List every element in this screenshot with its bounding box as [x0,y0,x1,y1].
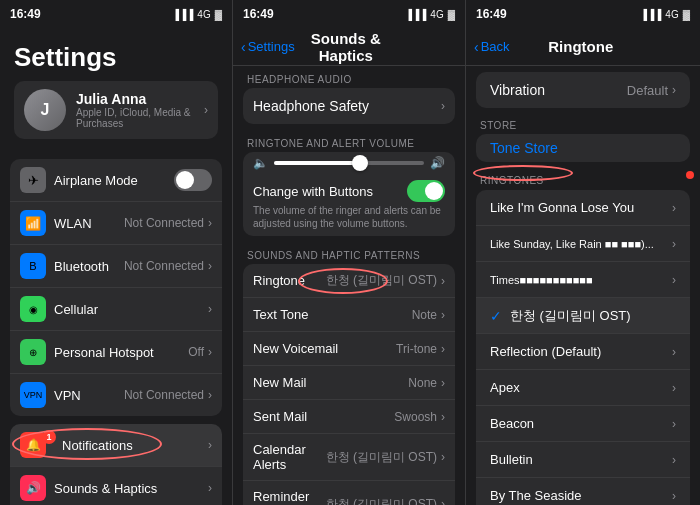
newmail-label: New Mail [253,375,408,390]
ringtone-back-button[interactable]: ‹ Back [474,39,510,55]
sounds-nav-title: Sounds & Haptics [295,30,397,64]
ringtone-label-4: Reflection (Default) [490,344,672,359]
reminder-row[interactable]: Reminder Alerts 한청 (길미림미 OST) › [243,481,455,505]
reminder-label: Reminder Alerts [253,489,326,505]
ringtone-item-7[interactable]: Bulletin › [476,442,690,478]
settings-row-airplane[interactable]: ✈ Airplane Mode [10,159,222,202]
network-3: 4G [665,9,678,20]
wlan-value: Not Connected [124,216,204,230]
calendar-row[interactable]: Calendar Alerts 한청 (길미림미 OST) › [243,434,455,481]
newmail-row[interactable]: New Mail None › [243,366,455,400]
signal-icon-3: ▐▐▐ [640,9,661,20]
voicemail-label: New Voicemail [253,341,396,356]
ringtone-label-0: Like I'm Gonna Lose You [490,200,672,215]
ringtone-chevron-0: › [672,201,676,215]
headphone-row[interactable]: Headphone Safety › [243,88,455,124]
bluetooth-chevron: › [208,259,212,273]
settings-row-vpn[interactable]: VPN VPN Not Connected › [10,374,222,416]
vibration-value: Default [627,83,668,98]
ringtone-label-1: Like Sunday, Like Rain ■■ ■■■)... [490,238,672,250]
page-title: Settings [14,42,218,73]
airplane-label: Airplane Mode [54,173,174,188]
change-buttons-desc: The volume of the ringer and alerts can … [253,204,445,230]
volume-slider[interactable] [274,161,424,165]
sentmail-label: Sent Mail [253,409,394,424]
settings-panel: 16:49 ▐▐▐ 4G ▓ Settings J Julia Anna App… [0,0,233,505]
ringtone-item-3[interactable]: ✓ 한청 (길미림미 OST) [476,298,690,334]
ringtones-header: RINGTONES [466,166,700,190]
ringtone-item-6[interactable]: Beacon › [476,406,690,442]
cellular-chevron: › [208,302,212,316]
ringtone-list: Like I'm Gonna Lose You › Like Sunday, L… [476,190,690,505]
vibration-label: Vibration [490,82,627,98]
slider-fill [274,161,357,165]
tone-store-link[interactable]: Tone Store [476,134,690,162]
change-buttons-label: Change with Buttons [253,184,407,199]
settings-row-wlan[interactable]: 📶 WLAN Not Connected › [10,202,222,245]
ringtone-row[interactable]: Ringtone 한청 (길미림미 OST) › [243,264,455,298]
bluetooth-value: Not Connected [124,259,204,273]
sounds-panel: 16:49 ▐▐▐ 4G ▓ ‹ Settings Sounds & Hapti… [233,0,466,505]
settings-row-notifications[interactable]: 🔔 1 Notifications › [10,424,222,467]
vibration-row[interactable]: Vibration Default › [476,72,690,108]
slider-thumb[interactable] [352,155,368,171]
texttone-chevron: › [441,308,445,322]
change-toggle[interactable] [407,180,445,202]
ringtone-check-icon: ✓ [490,308,502,324]
status-bar-3: 16:49 ▐▐▐ 4G ▓ [466,0,700,28]
sounds-back-button[interactable]: ‹ Settings [241,39,295,55]
sounds-patterns-section: Ringtone 한청 (길미림미 OST) › Text Tone Note … [243,264,455,505]
ringtone-item-1[interactable]: Like Sunday, Like Rain ■■ ■■■)... › [476,226,690,262]
profile-row[interactable]: J Julia Anna Apple ID, iCloud, Media & P… [14,81,218,139]
voicemail-row[interactable]: New Voicemail Tri-tone › [243,332,455,366]
store-section: Tone Store [476,134,690,162]
volume-section: 🔈 🔊 Change with Buttons The volume of th… [243,152,455,236]
sounds-icon: 🔊 [20,475,46,501]
ringtones-dot [686,171,694,179]
status-bar-2: 16:49 ▐▐▐ 4G ▓ [233,0,465,28]
ringtone-item-4[interactable]: Reflection (Default) › [476,334,690,370]
settings-row-sounds[interactable]: 🔊 Sounds & Haptics › [10,467,222,505]
sentmail-row[interactable]: Sent Mail Swoosh › [243,400,455,434]
calendar-value: 한청 (길미림미 OST) [326,449,437,466]
ringtone-section-label: RINGTONE AND ALERT VOLUME [233,130,465,152]
sounds-back-label: Settings [248,39,295,54]
ringtone-nav-title: Ringtone [510,38,652,55]
sentmail-chevron: › [441,410,445,424]
voicemail-value: Tri-tone [396,342,437,356]
ringtone-item-8[interactable]: By The Seaside › [476,478,690,505]
ringtone-item-2[interactable]: Times■■■■■■■■■■■ › [476,262,690,298]
voicemail-chevron: › [441,342,445,356]
headphone-section-label: HEADPHONE AUDIO [233,66,465,88]
notifications-chevron: › [208,438,212,452]
vpn-label: VPN [54,388,124,403]
profile-name: Julia Anna [76,91,204,107]
cellular-icon: ◉ [20,296,46,322]
time-1: 16:49 [10,7,41,21]
reminder-value: 한청 (길미림미 OST) [326,496,437,506]
battery-icon-1: ▓ [215,9,222,20]
vol-low-icon: 🔈 [253,156,268,170]
hotspot-chevron: › [208,345,212,359]
ringtone-item-5[interactable]: Apex › [476,370,690,406]
settings-row-cellular[interactable]: ◉ Cellular › [10,288,222,331]
ringtone-label-2: Times■■■■■■■■■■■ [490,274,672,286]
signal-icon-2: ▐▐▐ [405,9,426,20]
profile-subtitle: Apple ID, iCloud, Media & Purchases [76,107,204,129]
settings-row-hotspot[interactable]: ⊕ Personal Hotspot Off › [10,331,222,374]
texttone-label: Text Tone [253,307,412,322]
bluetooth-icon: B [20,253,46,279]
ringtone-item-0[interactable]: Like I'm Gonna Lose You › [476,190,690,226]
hotspot-label: Personal Hotspot [54,345,188,360]
battery-icon-3: ▓ [683,9,690,20]
ringtone-nav-bar: ‹ Back Ringtone [466,28,700,66]
texttone-row[interactable]: Text Tone Note › [243,298,455,332]
ringtones-heading: RINGTONES [480,175,544,186]
status-icons-3: ▐▐▐ 4G ▓ [640,9,690,20]
settings-row-bluetooth[interactable]: B Bluetooth Not Connected › [10,245,222,288]
ringtone-chevron-2: › [672,273,676,287]
headphone-chevron: › [441,99,445,113]
airplane-toggle[interactable] [174,169,212,191]
settings-header: Settings J Julia Anna Apple ID, iCloud, … [0,28,232,151]
battery-icon-2: ▓ [448,9,455,20]
